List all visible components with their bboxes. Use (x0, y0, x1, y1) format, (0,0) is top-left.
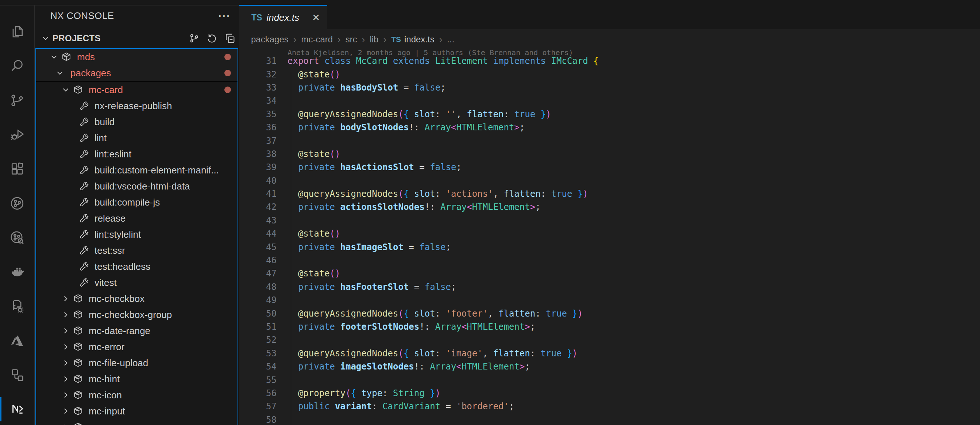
tree-item[interactable]: mc-input (36, 403, 237, 419)
tree-item-label: build:vscode-html-data (94, 181, 190, 192)
tree-item[interactable]: build (36, 114, 237, 130)
line-number[interactable]: 57 (239, 401, 277, 412)
modified-dot (224, 70, 231, 76)
line-number[interactable]: 37 (239, 136, 277, 146)
line-number[interactable]: 42 (239, 202, 277, 212)
code-text: @state() (288, 69, 340, 80)
breadcrumb-symbol-more[interactable]: ... (447, 34, 454, 45)
line-number[interactable]: 54 (239, 361, 277, 372)
collapse-all-icon[interactable] (224, 32, 236, 45)
chevron-icon (59, 341, 72, 353)
line-number[interactable]: 53 (239, 348, 277, 359)
editor-code-area[interactable]: Aneta Kjeldsen, 2 months ago | 5 authors… (239, 50, 980, 425)
line-number[interactable]: 35 (239, 109, 277, 120)
tree-item-label: mc-input (89, 406, 125, 417)
vscode-window: NX CONSOLE ⋯ PROJECTS (0, 0, 980, 425)
tree-item[interactable]: build:custom-element-manif... (36, 162, 237, 178)
tree-item[interactable]: mc-checkbox-group (36, 307, 237, 323)
package-icon (72, 292, 84, 305)
line-number[interactable]: 48 (239, 282, 277, 292)
tree-item[interactable]: mc-date-range (36, 323, 237, 339)
tree-item-label: mc-icon (89, 390, 122, 401)
line-number[interactable]: 50 (239, 308, 277, 319)
line-number[interactable]: 58 (239, 415, 277, 425)
breadcrumb-item[interactable]: mc-card (301, 34, 333, 45)
tree-item[interactable]: mc-file-upload (36, 355, 237, 371)
line-number[interactable]: 38 (239, 149, 277, 159)
line-number[interactable]: 41 (239, 189, 277, 199)
tree-item-label: lint:stylelint (94, 229, 141, 240)
cpp-tools-icon[interactable] (0, 289, 34, 323)
run-debug-icon[interactable] (0, 118, 34, 152)
line-number[interactable]: 44 (239, 228, 277, 239)
line-number[interactable]: 33 (239, 83, 277, 93)
code-line: 41 @queryAssignedNodes({ slot: 'actions'… (239, 187, 980, 200)
line-number[interactable]: 55 (239, 375, 277, 385)
activity-bar (0, 5, 35, 425)
tree-item[interactable]: mc-error (36, 339, 237, 355)
refresh-icon[interactable] (206, 32, 218, 45)
explorer-icon[interactable] (0, 14, 34, 49)
line-number[interactable]: 52 (239, 335, 277, 345)
tree-item-label: nx-release-publish (94, 101, 172, 112)
line-number[interactable]: 43 (239, 216, 277, 226)
code-text: private actionsSlotNodes!: Array<HTMLEle… (288, 202, 541, 212)
line-number[interactable]: 49 (239, 295, 277, 305)
tree-item[interactable]: mc-hint (36, 371, 237, 387)
tree-item[interactable]: packages (36, 65, 237, 81)
breadcrumb-item[interactable]: lib (370, 34, 379, 45)
tree-item[interactable]: build:compile-js (36, 194, 237, 210)
line-number[interactable]: 39 (239, 162, 277, 173)
nx-graph-icon[interactable] (188, 32, 200, 45)
docker-icon[interactable] (0, 255, 34, 289)
line-number[interactable]: 31 (239, 56, 277, 66)
line-number[interactable]: 36 (239, 122, 277, 133)
tree-item[interactable]: release (36, 210, 237, 226)
tree-item[interactable]: mds (36, 49, 237, 65)
tree-item[interactable]: lint:eslint (36, 146, 237, 162)
tree-item[interactable]: nx-release-publish (36, 98, 237, 114)
tree-item[interactable] (36, 419, 237, 425)
chevron-icon (48, 51, 60, 63)
tree-item-label: mc-date-range (89, 325, 150, 337)
line-number[interactable]: 46 (239, 255, 277, 265)
line-number[interactable]: 56 (239, 388, 277, 398)
diagram-icon[interactable] (0, 358, 34, 392)
nx-project-graph-icon[interactable] (0, 186, 34, 220)
azure-icon[interactable] (0, 323, 34, 358)
tree-item-label: mc-file-upload (89, 358, 148, 369)
chevron-icon (59, 357, 72, 369)
breadcrumb-item[interactable]: packages (251, 34, 289, 45)
tree-item[interactable]: build:vscode-html-data (36, 178, 237, 194)
code-text: private hasBodySlot = false; (288, 83, 446, 93)
nx-console-icon[interactable] (0, 392, 34, 425)
line-number[interactable]: 40 (239, 176, 277, 186)
tree-item[interactable]: mc-icon (36, 387, 237, 403)
code-line: 36 private bodySlotNodes!: Array<HTMLEle… (239, 121, 980, 134)
code-line: 50 @queryAssignedNodes({ slot: 'footer',… (239, 307, 980, 320)
breadcrumb-item[interactable]: src (345, 34, 357, 45)
tree-item-label: lint:eslint (94, 149, 131, 160)
tree-item[interactable]: mc-checkbox (36, 291, 237, 307)
line-number[interactable]: 47 (239, 268, 277, 279)
extensions-icon[interactable] (0, 152, 34, 186)
line-number[interactable]: 34 (239, 96, 277, 106)
chevron-icon (54, 67, 66, 79)
search-icon[interactable] (0, 49, 34, 83)
projects-section-header[interactable]: PROJECTS (35, 30, 239, 47)
tree-item[interactable]: test:ssr (36, 243, 237, 259)
line-number[interactable]: 51 (239, 322, 277, 332)
breadcrumb-file[interactable]: index.ts (404, 34, 434, 45)
nx-graph-search-icon[interactable] (0, 220, 34, 255)
close-tab-icon[interactable]: ✕ (312, 12, 320, 23)
package-icon (72, 308, 84, 321)
tree-item[interactable]: lint:stylelint (36, 226, 237, 243)
tree-item[interactable]: mc-card (36, 82, 237, 98)
tab-index-ts[interactable]: TS index.ts ✕ (239, 5, 327, 29)
line-number[interactable]: 32 (239, 69, 277, 80)
tree-item[interactable]: lint (36, 130, 237, 146)
line-number[interactable]: 45 (239, 242, 277, 252)
tree-item[interactable]: test:headless (36, 259, 237, 275)
source-control-icon[interactable] (0, 83, 34, 118)
tree-item[interactable]: vitest (36, 275, 237, 291)
